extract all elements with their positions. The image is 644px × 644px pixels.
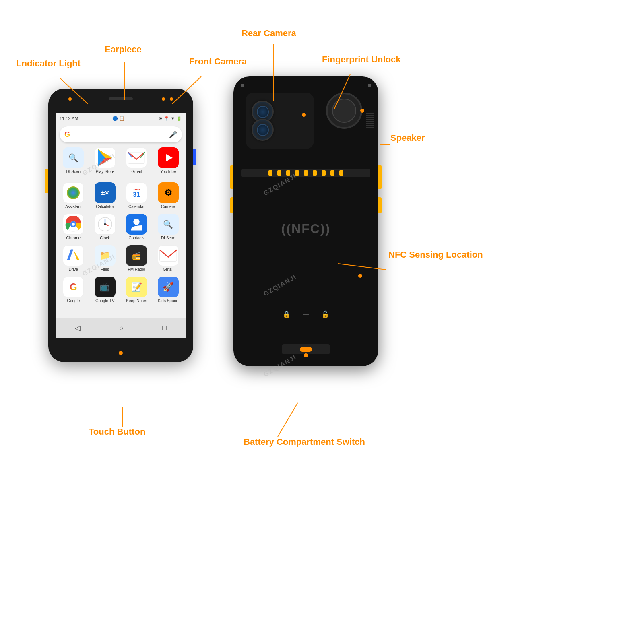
rear-camera-lens-inner-2 [257,124,269,136]
charging-contacts [242,169,370,177]
gmail2-icon [158,245,179,266]
app-dlscan2[interactable]: 🔍 DLScan [154,214,183,240]
app-assistant[interactable]: Assistant [59,182,88,209]
app-calculator[interactable]: ±× Calculator [91,182,120,209]
fmradio-label: FM Radio [128,267,145,272]
battery-switch [300,347,312,352]
contact-7 [322,170,326,176]
svg-marker-20 [73,250,79,260]
unlock-icon: 🔓 [321,310,329,318]
googletv-icon: 📺 [95,277,116,297]
dash-icon: — [303,311,309,318]
earpiece-label: Earpiece [105,44,142,55]
rear-camera-lens-inner-1 [257,106,269,118]
status-time: 11:12 AM [60,116,78,121]
front-camera-dot [170,97,173,101]
bottom-icons-row: 🔒 — 🔓 [283,310,329,318]
fingerprint-sensor [326,93,362,129]
nfc-label: NFC Sensing Location [388,250,483,260]
gmail-label: Gmail [131,169,142,174]
app-gmail[interactable]: Gmail [122,147,151,174]
app-youtube[interactable]: YouTube [154,147,183,174]
app-grid-row3: Chrome Clock [56,211,186,243]
app-chrome[interactable]: Chrome [59,214,88,240]
earpiece-dot [162,97,165,101]
app-gmail2[interactable]: Gmail [154,245,183,272]
speaker-label: Speaker [390,133,425,143]
divider1 [60,178,182,178]
app-kidsspace[interactable]: 🚀 Kids Space [154,277,183,303]
keepnotes-label: Keep Notes [126,299,147,303]
app-drive[interactable]: Drive [59,245,88,272]
app-clock[interactable]: Clock [91,214,120,240]
googletv-label: Google TV [95,299,115,303]
status-icons: 🔵 📋 [112,116,125,121]
front-camera-label: Front Camera [189,56,247,67]
lock-icon: 🔒 [283,310,291,318]
rear-camera-module [246,93,314,149]
touch-button-dot [119,351,123,355]
recents-nav-icon[interactable]: □ [162,324,167,332]
phone-back: ((NFC)) 🔒 — 🔓 [233,76,378,366]
dlscan-icon: 🔍 [63,147,84,168]
app-files[interactable]: 📁 Files [91,245,120,272]
contact-5 [304,170,308,176]
nfc-dot [358,274,362,278]
indicator-light-label: Lndicator Light [16,58,80,69]
corner-dot-tr [368,84,371,87]
app-contacts[interactable]: Contacts [122,214,151,240]
drive-icon [63,245,84,266]
assistant-icon [63,182,84,203]
app-fmradio[interactable]: 📻 FM Radio [122,245,151,272]
keepnotes-icon: 📝 [126,277,147,297]
svg-marker-19 [67,250,73,260]
dlscan2-icon: 🔍 [158,214,179,235]
drive-label: Drive [69,267,78,272]
back-side-button-right-bot [378,197,382,213]
app-grid-row5: G Google 📺 Google TV 📝 Keep Notes 🚀 Kids… [56,274,186,305]
back-nav-icon[interactable]: ◁ [75,324,80,332]
app-googletv[interactable]: 📺 Google TV [91,277,120,303]
clock-label: Clock [100,236,110,240]
side-button-left [45,169,48,193]
calendar-icon: ▪▪▪▪▪ 31 [126,182,147,203]
camera-module-dot [302,113,306,117]
app-playstore[interactable]: Play Store [91,147,120,174]
calendar-label: Calendar [128,204,145,209]
app-keepnotes[interactable]: 📝 Keep Notes [122,277,151,303]
nfc-area: ((NFC)) [281,221,330,236]
app-grid-row1: 🔍 DLScan Play Store [56,145,186,176]
app-grid-row2: Assistant ±× Calculator ▪▪▪▪▪ 31 Calenda… [56,180,186,211]
side-button-right [193,149,196,165]
google-search-bar[interactable]: G 🎤 [60,126,182,142]
camera-label: Camera [161,204,175,209]
gmail2-label: Gmail [163,267,173,272]
app-grid-row4: Drive 📁 Files 📻 FM Radio [56,243,186,274]
google-mic-icon: 🎤 [169,131,177,138]
phone-screen: 11:12 AM 🔵 📋 ✱ 📍 ▼ 🔋 G 🎤 🔍 DLScan [56,113,186,338]
app-dlscan[interactable]: 🔍 DLScan [59,147,88,174]
clock-icon [95,214,116,235]
phone-front-body: 11:12 AM 🔵 📋 ✱ 📍 ▼ 🔋 G 🎤 🔍 DLScan [48,89,193,362]
contact-2 [277,170,281,176]
google-g-icon: G [64,130,70,139]
corner-dot-tl [241,84,244,87]
svg-point-12 [72,223,75,226]
app-camera[interactable]: ⚙ Camera [154,182,183,209]
contact-3 [286,170,290,176]
back-side-button-right-top [378,165,382,189]
battery-switch-dot [304,353,308,357]
dlscan2-label: DLScan [161,236,175,240]
app-calendar[interactable]: ▪▪▪▪▪ 31 Calendar [122,182,151,209]
contact-6 [313,170,317,176]
youtube-icon [158,147,179,168]
dlscan-label: DLScan [66,169,80,174]
playstore-icon [95,147,116,168]
indicator-light-dot [68,97,72,101]
home-nav-icon[interactable]: ○ [119,324,124,332]
touch-button-label: Touch Button [89,427,145,437]
app-google[interactable]: G Google [59,277,88,303]
rear-camera-lens-2 [252,119,274,141]
earpiece-grille [109,97,133,100]
fingerprint-label: Fingerprint Unlock [322,54,401,65]
